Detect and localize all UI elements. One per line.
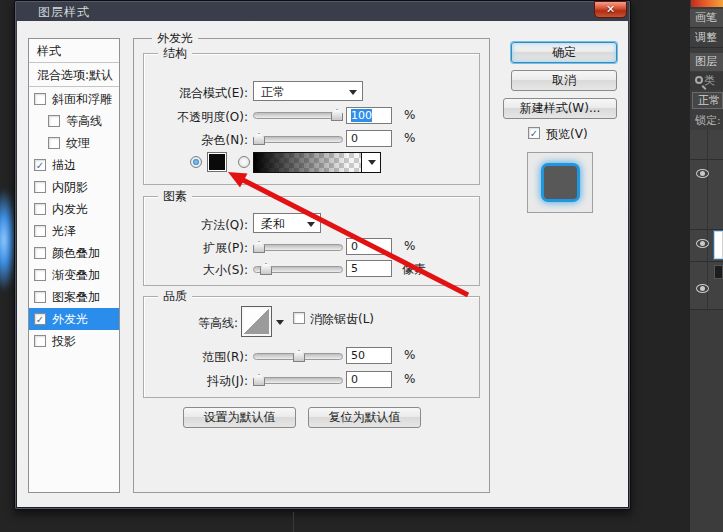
contour-thumbnail[interactable] xyxy=(241,306,272,337)
checkbox[interactable] xyxy=(48,115,60,127)
spread-slider[interactable] xyxy=(253,244,343,251)
cancel-button[interactable]: 取消 xyxy=(511,70,617,91)
glow-gradient-picker[interactable] xyxy=(253,152,381,173)
layer-thumbnail[interactable] xyxy=(714,265,723,279)
eye-icon[interactable] xyxy=(696,239,709,248)
sidebar-item-label: 斜面和浮雕 xyxy=(52,88,112,110)
checkbox[interactable] xyxy=(34,203,46,215)
structure-group-label: 结构 xyxy=(158,46,192,60)
blend-mode-label: 混合模式(E): xyxy=(140,85,248,102)
checkbox-checked[interactable]: ✓ xyxy=(34,159,46,171)
reset-default-button[interactable]: 复位为默认值 xyxy=(308,407,421,428)
spread-unit: % xyxy=(404,239,415,253)
sidebar-item-styles[interactable]: 样式 xyxy=(29,40,119,62)
sidebar-item-label: 图案叠加 xyxy=(52,286,100,308)
dialog-title: 图层样式 xyxy=(38,4,90,21)
sidebar-item-label: 等高线 xyxy=(66,110,102,132)
eye-icon[interactable] xyxy=(696,169,709,178)
spread-label: 扩展(P): xyxy=(140,240,248,257)
noise-input[interactable]: 0 xyxy=(346,130,392,147)
size-input[interactable]: 5 xyxy=(346,260,392,277)
blend-mode-select[interactable]: 正常 xyxy=(253,81,363,101)
chevron-down-icon xyxy=(349,90,357,99)
tab-adjustments[interactable]: 调整 xyxy=(690,29,723,48)
color-panel-fragment xyxy=(691,0,723,7)
glow-preview-square xyxy=(544,166,577,199)
opacity-unit: % xyxy=(404,108,415,122)
elements-group-label: 图素 xyxy=(158,189,192,203)
glow-gradient-radio[interactable] xyxy=(238,156,250,168)
new-style-button[interactable]: 新建样式(W)... xyxy=(503,98,617,119)
sidebar-item-label: 投影 xyxy=(52,330,76,352)
size-unit: 像素 xyxy=(402,261,426,278)
make-default-button[interactable]: 设置为默认值 xyxy=(183,407,296,428)
sidebar-item-inner-glow[interactable]: 内发光 xyxy=(29,198,119,220)
chevron-down-icon[interactable] xyxy=(276,320,284,329)
close-icon[interactable]: ✕ xyxy=(594,1,627,18)
panel-title: 外发光 xyxy=(152,31,198,45)
size-slider[interactable] xyxy=(253,266,343,273)
blend-mode-value: 正常 xyxy=(261,85,285,99)
sidebar-item-outer-glow[interactable]: ✓ 外发光 xyxy=(29,308,119,330)
checkbox[interactable] xyxy=(34,291,46,303)
gradient-preview xyxy=(254,153,362,172)
sidebar-item-label: 内阴影 xyxy=(52,176,88,198)
jitter-slider[interactable] xyxy=(253,377,343,384)
sidebar-item-drop-shadow[interactable]: 投影 xyxy=(29,330,119,352)
sidebar-item-label: 外发光 xyxy=(52,308,88,330)
layer-thumbnail[interactable] xyxy=(714,231,723,259)
opacity-label: 不透明度(O): xyxy=(140,109,248,126)
sidebar-item-inner-shadow[interactable]: 内阴影 xyxy=(29,176,119,198)
sidebar-item-gradient-overlay[interactable]: 渐变叠加 xyxy=(29,264,119,286)
lock-label: 锁定: xyxy=(690,112,723,128)
noise-label: 杂色(N): xyxy=(140,132,248,149)
checkbox[interactable] xyxy=(48,137,60,149)
sidebar-item-stroke[interactable]: ✓ 描边 xyxy=(29,154,119,176)
tab-brush[interactable]: 画笔 xyxy=(690,9,723,28)
technique-select[interactable]: 柔和 xyxy=(253,213,321,233)
ok-button[interactable]: 确定 xyxy=(511,42,617,63)
sidebar-item-label: 颜色叠加 xyxy=(52,242,100,264)
checkbox-checked[interactable]: ✓ xyxy=(34,313,46,325)
jitter-unit: % xyxy=(404,372,415,386)
preview-checkbox-checked[interactable]: ✓ xyxy=(528,127,540,139)
opacity-input[interactable]: 100 xyxy=(346,107,392,124)
glow-color-radio[interactable] xyxy=(190,156,202,168)
sidebar-item-satin[interactable]: 光泽 xyxy=(29,220,119,242)
jitter-input[interactable]: 0 xyxy=(346,371,392,388)
range-input[interactable]: 50 xyxy=(346,347,392,364)
sidebar-item-bevel-emboss[interactable]: 斜面和浮雕 xyxy=(29,88,119,110)
spread-input[interactable]: 0 xyxy=(346,238,392,255)
range-label: 范围(R): xyxy=(140,349,248,366)
sidebar-item-contour[interactable]: 等高线 xyxy=(29,110,119,132)
sidebar-item-color-overlay[interactable]: 颜色叠加 xyxy=(29,242,119,264)
divider xyxy=(293,512,294,532)
checkbox[interactable] xyxy=(34,181,46,193)
chevron-down-icon xyxy=(368,160,376,169)
checkbox[interactable] xyxy=(34,93,46,105)
effect-preview xyxy=(527,152,593,213)
sidebar-item-blending-options[interactable]: 混合选项:默认 xyxy=(29,64,119,86)
glow-color-swatch[interactable] xyxy=(207,152,227,172)
range-slider[interactable] xyxy=(253,353,343,360)
eye-icon[interactable] xyxy=(696,284,709,293)
checkbox[interactable] xyxy=(34,269,46,281)
tab-layers[interactable]: 图层 xyxy=(690,53,723,71)
checkbox[interactable] xyxy=(34,335,46,347)
sidebar-item-label: 内发光 xyxy=(52,198,88,220)
technique-value: 柔和 xyxy=(261,217,285,231)
sidebar-item-texture[interactable]: 纹理 xyxy=(29,132,119,154)
size-label: 大小(S): xyxy=(140,262,248,279)
layer-blend-mode-select[interactable]: 正常 xyxy=(692,92,723,109)
sidebar-item-label: 渐变叠加 xyxy=(52,264,100,286)
sidebar-item-pattern-overlay[interactable]: 图案叠加 xyxy=(29,286,119,308)
dialog-titlebar[interactable] xyxy=(14,0,631,21)
divider xyxy=(707,130,708,310)
noise-slider[interactable] xyxy=(253,136,343,143)
checkbox[interactable] xyxy=(34,247,46,259)
checkbox[interactable] xyxy=(34,225,46,237)
range-unit: % xyxy=(404,348,415,362)
antialias-checkbox[interactable] xyxy=(293,312,305,324)
contour-label: 等高线: xyxy=(130,315,238,332)
opacity-slider[interactable] xyxy=(253,112,343,119)
